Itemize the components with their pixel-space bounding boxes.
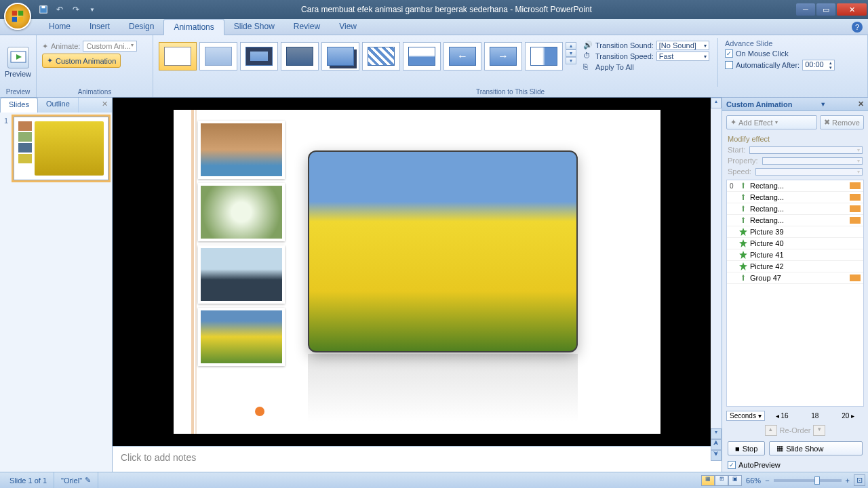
effect-icon xyxy=(739,239,747,247)
tab-review[interactable]: Review xyxy=(284,19,330,35)
transition-option[interactable] xyxy=(403,42,441,70)
speed-label: Speed: xyxy=(728,167,751,176)
animation-item[interactable]: Picture 40 xyxy=(727,238,863,249)
property-label: Property: xyxy=(728,157,758,165)
transition-option[interactable] xyxy=(321,42,359,70)
effect-swatch xyxy=(850,274,861,281)
indicator-dot xyxy=(255,407,264,416)
thumbnail-image[interactable] xyxy=(198,183,285,241)
transition-option[interactable]: ← xyxy=(443,42,481,70)
stop-button[interactable]: ■Stop xyxy=(728,441,765,455)
maximize-button[interactable]: ▭ xyxy=(816,3,835,16)
sorter-view-button[interactable]: ⊞ xyxy=(715,475,728,486)
effect-swatch xyxy=(850,217,861,224)
zoom-in-button[interactable]: + xyxy=(846,476,850,485)
help-icon[interactable]: ? xyxy=(852,22,863,33)
main-image[interactable] xyxy=(308,150,578,352)
transition-option[interactable] xyxy=(362,42,400,70)
transition-option[interactable] xyxy=(199,42,237,70)
auto-after-checkbox[interactable] xyxy=(725,61,733,69)
spellcheck-icon[interactable]: ✎ xyxy=(85,476,91,485)
close-button[interactable]: ✕ xyxy=(837,3,867,16)
vertical-scrollbar[interactable]: ▴▾ ⮝ ⮟ xyxy=(711,98,722,461)
add-effect-button[interactable]: ✦Add Effect▾ xyxy=(726,115,817,129)
start-combo[interactable]: ▾ xyxy=(749,146,863,154)
office-button[interactable] xyxy=(4,3,31,30)
pane-close-icon[interactable]: ✕ xyxy=(858,100,864,108)
animation-item[interactable]: Rectang... xyxy=(727,192,863,203)
zoom-slider[interactable] xyxy=(774,479,842,482)
zoom-level[interactable]: 66% xyxy=(746,476,761,485)
animation-item[interactable]: Picture 39 xyxy=(727,226,863,238)
save-icon[interactable] xyxy=(37,3,50,16)
animation-item[interactable]: Group 47 xyxy=(727,272,863,284)
animation-item[interactable]: Picture 41 xyxy=(727,249,863,261)
custom-animation-button[interactable]: ✦ Custom Animation xyxy=(42,54,121,68)
slideshow-button[interactable]: ▦Slide Show xyxy=(769,441,863,455)
slides-panel: Slides Outline ✕ 1 xyxy=(0,98,113,472)
gallery-more[interactable]: ▴▾▾ xyxy=(566,42,576,64)
property-combo[interactable]: ▾ xyxy=(762,157,863,165)
group-animations-label: Animations xyxy=(41,87,149,96)
panel-close-icon[interactable]: ✕ xyxy=(98,98,112,113)
minimize-button[interactable]: ─ xyxy=(796,3,815,16)
fit-window-button[interactable]: ⊡ xyxy=(854,474,865,486)
reorder-down-button[interactable]: ▾ xyxy=(813,425,825,436)
reorder-up-button[interactable]: ▴ xyxy=(765,425,777,436)
transition-option[interactable] xyxy=(525,42,563,70)
undo-icon[interactable]: ↶ xyxy=(54,3,66,16)
prev-slide-icon[interactable]: ⮝ xyxy=(711,439,722,450)
sound-icon: 🔊 xyxy=(583,41,593,50)
animate-combo[interactable]: Custom Ani...▾ xyxy=(83,41,136,52)
animation-item[interactable]: Rectang... xyxy=(727,203,863,215)
normal-view-button[interactable]: ▦ xyxy=(701,475,715,486)
timeline-unit[interactable]: Seconds ▾ xyxy=(726,411,765,421)
auto-after-spinner[interactable]: 00:00▴▾ xyxy=(802,60,835,70)
tab-animations[interactable]: Animations xyxy=(163,19,224,35)
thumbnail-image[interactable] xyxy=(198,308,285,366)
slide-canvas[interactable] xyxy=(174,110,660,434)
transition-option[interactable]: → xyxy=(484,42,522,70)
timeline-ruler[interactable]: Seconds ▾ ◂ 16 18 20 ▸ xyxy=(722,409,868,422)
ribbon-tabs: Home Insert Design Animations Slide Show… xyxy=(0,19,868,35)
effect-label: Rectang... xyxy=(750,216,847,224)
tab-insert[interactable]: Insert xyxy=(80,19,119,35)
transition-gallery[interactable]: ← → ▴▾▾ xyxy=(157,38,576,87)
animation-item[interactable]: Rectang... xyxy=(727,215,863,226)
next-slide-icon[interactable]: ⮟ xyxy=(711,450,722,461)
animate-row: ✦ Animate: Custom Ani...▾ xyxy=(42,41,147,52)
effect-icon xyxy=(739,216,747,224)
redo-icon[interactable]: ↷ xyxy=(70,3,82,16)
slides-tab[interactable]: Slides xyxy=(0,98,38,113)
tab-view[interactable]: View xyxy=(330,19,366,35)
transition-sound-combo[interactable]: [No Sound]▾ xyxy=(656,41,709,50)
remove-button[interactable]: ✖Remove xyxy=(820,115,864,129)
transition-none[interactable] xyxy=(159,42,197,70)
slideshow-view-button[interactable]: ▣ xyxy=(728,475,742,486)
effect-swatch xyxy=(850,182,861,189)
transition-option[interactable] xyxy=(281,42,319,70)
animation-list[interactable]: 0Rectang...Rectang...Rectang...Rectang..… xyxy=(726,180,864,407)
animation-item[interactable]: Picture 42 xyxy=(727,261,863,272)
zoom-out-button[interactable]: − xyxy=(765,476,769,485)
autopreview-checkbox[interactable]: ✓ xyxy=(728,461,736,469)
outline-tab[interactable]: Outline xyxy=(38,98,79,113)
qat-dropdown-icon[interactable]: ▼ xyxy=(86,3,98,16)
preview-button[interactable]: Preview xyxy=(4,38,32,87)
notes-pane[interactable]: Click to add notes xyxy=(113,446,722,472)
effect-label: Picture 39 xyxy=(750,228,861,236)
thumbnail-image[interactable] xyxy=(198,121,285,179)
tab-slideshow[interactable]: Slide Show xyxy=(224,19,284,35)
animation-item[interactable]: 0Rectang... xyxy=(727,180,863,192)
apply-to-all-button[interactable]: ⎘Apply To All xyxy=(583,62,711,72)
title-bar: ↶ ↷ ▼ Cara membuat efek animasi gambar b… xyxy=(0,0,868,19)
thumbnail-image[interactable] xyxy=(198,245,285,304)
pane-dropdown-icon[interactable]: ▼ xyxy=(820,101,826,108)
on-click-checkbox[interactable]: ✓ xyxy=(725,49,733,58)
transition-speed-combo[interactable]: Fast▾ xyxy=(656,52,709,61)
slide-thumbnail[interactable] xyxy=(14,117,108,180)
tab-design[interactable]: Design xyxy=(119,19,163,35)
tab-home[interactable]: Home xyxy=(39,19,80,35)
transition-option[interactable] xyxy=(240,42,278,70)
speed-combo[interactable]: ▾ xyxy=(755,168,863,176)
